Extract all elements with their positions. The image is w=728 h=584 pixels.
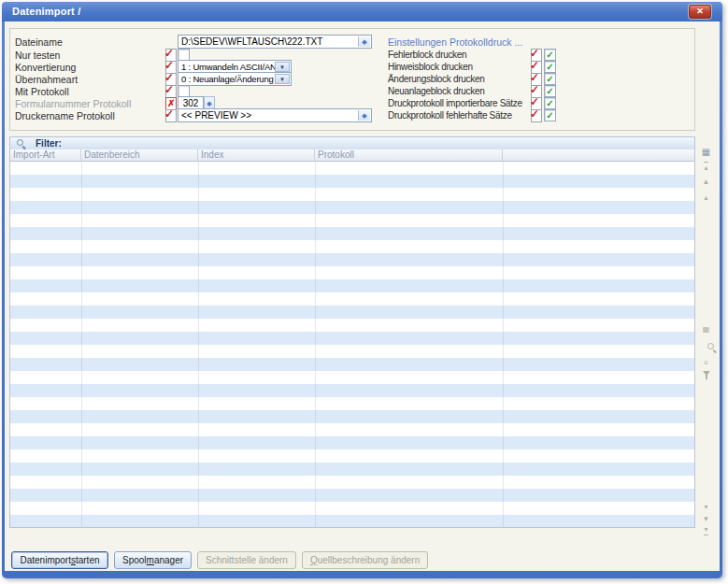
dialog-body: Dateiname D:\SEDEV\WFLTAUSCH\222.TXT ◆ N… — [5, 21, 720, 571]
druckername-picker-icon[interactable]: ◆ — [358, 110, 370, 121]
column-header-empty — [503, 150, 694, 162]
filter-bar: Filter: — [9, 136, 695, 150]
column-header-protokoll[interactable]: Protokoll — [315, 150, 503, 162]
protokolldruck-row: Hinweisblock drucken✓✓ — [388, 61, 696, 73]
table-row[interactable] — [10, 306, 694, 319]
table-row[interactable] — [10, 397, 694, 410]
protokolldruck-label: Druckprotokoll importierbare Sätze — [388, 98, 522, 108]
table-row[interactable] — [10, 319, 694, 332]
spoolmanager-button[interactable]: Spoolmanager — [114, 551, 192, 569]
table-row[interactable] — [10, 358, 694, 371]
table-row[interactable] — [10, 489, 694, 502]
table-row[interactable] — [10, 476, 694, 489]
column-divider — [315, 162, 316, 527]
doc-check-icon[interactable]: ✓ — [165, 85, 177, 98]
scroll-down-button[interactable]: ▾ — [698, 503, 714, 511]
datenimport-window: Datenimport / ✕ Dateiname D:\SEDEV\WFLTA… — [2, 2, 722, 578]
print-checkbox[interactable]: ✓ — [544, 97, 556, 109]
table-row[interactable] — [10, 410, 694, 423]
protokolldruck-row: Druckprotokoll importierbare Sätze✓✓ — [388, 97, 696, 109]
scroll-last-button[interactable]: ▾ — [698, 525, 714, 535]
schnittstelle-aendern-button: Schnittstelle ändern — [197, 551, 296, 569]
window-title: Datenimport / — [12, 6, 81, 17]
chevron-down-icon[interactable]: ▾ — [275, 62, 290, 72]
column-header-import-art[interactable]: Import-Art — [10, 150, 81, 162]
column-divider — [503, 162, 504, 527]
dateiname-field[interactable]: D:\SEDEV\WFLTAUSCH\222.TXT ◆ — [178, 35, 372, 49]
table-row[interactable] — [10, 436, 694, 449]
dateiname-picker-icon[interactable]: ◆ — [358, 36, 370, 47]
funnel-icon — [703, 371, 710, 388]
table-row[interactable] — [10, 188, 694, 201]
print-checkbox[interactable]: ✓ — [544, 85, 556, 97]
protokolldruck-label: Neuanlageblock drucken — [388, 86, 484, 96]
protokolldruck-row: Änderungsblock drucken✓✓ — [388, 73, 696, 85]
nur-testen-label: Nur testen — [15, 50, 60, 61]
print-checkbox[interactable]: ✓ — [544, 49, 556, 61]
table-row[interactable] — [10, 371, 694, 384]
table-row[interactable] — [10, 515, 694, 528]
doc-check-icon[interactable]: ✓ — [165, 109, 177, 122]
datenimport-starten-button[interactable]: Datenimport starten — [11, 551, 108, 569]
uebernahmeart-dropdown[interactable]: 0 : Neuanlage/Änderung ▾ — [178, 72, 292, 86]
table-row[interactable] — [10, 175, 694, 188]
print-checkbox[interactable]: ✓ — [544, 61, 556, 73]
protokolldruck-label: Fehlerblock drucken — [388, 50, 466, 60]
filter-search-icon[interactable] — [16, 138, 26, 149]
druckername-field[interactable]: << PREVIEW >> ◆ — [178, 108, 372, 122]
formularnummer-label: Formularnummer Protokoll — [15, 98, 131, 109]
table-header: Import-Art Datenbereich Index Protokoll — [9, 150, 695, 162]
chevron-down-icon[interactable]: ▾ — [275, 74, 290, 84]
print-checkbox[interactable]: ✓ — [544, 73, 556, 85]
column-divider — [81, 162, 82, 527]
columns-button[interactable]: ▦ — [698, 325, 714, 334]
table-row[interactable] — [10, 266, 694, 279]
table-row[interactable] — [10, 345, 694, 358]
table-row[interactable] — [10, 332, 694, 345]
column-divider — [198, 162, 199, 527]
quellbeschreibung-aendern-button: Quellbeschreibung ändern — [302, 551, 428, 569]
table-side-toolbar: ▦ ▴ ▲ ▴ ▦ ≡ ▾ ▼ ▾ — [698, 145, 714, 530]
table-row[interactable] — [10, 253, 694, 266]
mit-protokoll-label: Mit Protokoll — [15, 86, 69, 97]
page-down-button[interactable]: ▼ — [698, 515, 714, 523]
sort-button[interactable]: ≡ — [698, 359, 714, 367]
protokolldruck-label: Hinweisblock drucken — [388, 62, 473, 72]
scroll-up-button[interactable]: ▴ — [698, 193, 714, 202]
table-row[interactable] — [10, 502, 694, 515]
table-row[interactable] — [10, 384, 694, 397]
dateiname-label: Dateiname — [15, 36, 63, 48]
table-row[interactable] — [10, 423, 694, 436]
table-row[interactable] — [10, 449, 694, 463]
column-chooser-icon[interactable]: ▦ — [698, 147, 714, 157]
druckername-label: Druckername Protokoll — [15, 110, 115, 121]
protokolldruck-label: Änderungsblock drucken — [388, 74, 484, 84]
filter-label: Filter: — [36, 138, 62, 149]
table-row[interactable] — [10, 214, 694, 227]
title-bar: Datenimport / ✕ — [2, 2, 722, 21]
column-header-index[interactable]: Index — [198, 150, 315, 162]
table-row[interactable] — [10, 279, 694, 292]
protokolldruck-row: Fehlerblock drucken✓✓ — [388, 49, 696, 61]
form-row-dateiname: Dateiname D:\SEDEV\WFLTAUSCH\222.TXT ◆ — [5, 36, 696, 49]
protokolldruck-row: Neuanlageblock drucken✓✓ — [388, 85, 696, 97]
table-row[interactable] — [10, 201, 694, 214]
protokolldruck-heading[interactable]: Einstellungen Protokolldruck ... — [388, 36, 522, 48]
protokolldruck-label: Druckprotokoll fehlerhafte Sätze — [388, 110, 512, 121]
table-row[interactable] — [10, 227, 694, 240]
table-row[interactable] — [10, 240, 694, 253]
close-button[interactable]: ✕ — [689, 5, 711, 19]
print-checkbox[interactable]: ✓ — [544, 109, 556, 121]
uebernahmeart-label: Übernahmeart — [15, 74, 78, 85]
filter-funnel-button[interactable] — [698, 376, 714, 384]
protokolldruck-row: Druckprotokoll fehlerhafte Sätze✓✓ — [388, 109, 696, 121]
table-row[interactable] — [10, 162, 694, 175]
table-body[interactable] — [9, 162, 695, 528]
table-row[interactable] — [10, 292, 694, 306]
page-up-button[interactable]: ▲ — [698, 178, 714, 186]
scroll-first-button[interactable]: ▴ — [698, 162, 714, 172]
close-icon: ✕ — [696, 7, 704, 16]
doc-check-icon[interactable]: ✓ — [531, 109, 542, 122]
column-header-datenbereich[interactable]: Datenbereich — [81, 150, 198, 162]
table-row[interactable] — [10, 463, 694, 476]
